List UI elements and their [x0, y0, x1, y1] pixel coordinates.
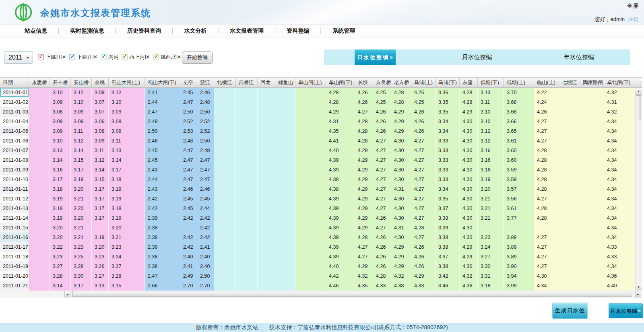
- grid-cell[interactable]: 4.38: [391, 281, 411, 291]
- grid-cell[interactable]: [559, 262, 580, 271]
- tab-yearly-compile[interactable]: 年水位整编: [564, 54, 594, 61]
- grid-cell[interactable]: 3.10: [50, 136, 71, 146]
- grid-cell[interactable]: 4.30: [460, 146, 478, 155]
- grid-cell[interactable]: [236, 107, 258, 117]
- grid-cell[interactable]: [559, 252, 580, 262]
- grid-cell[interactable]: [258, 252, 275, 262]
- grid-cell[interactable]: [236, 281, 258, 291]
- date-cell[interactable]: 2011-01-20: [0, 271, 29, 281]
- grid-cell[interactable]: [29, 155, 50, 165]
- grid-cell[interactable]: 2.47: [180, 165, 197, 175]
- grid-cell[interactable]: 3.09: [92, 136, 109, 146]
- grid-cell[interactable]: 4.28: [355, 136, 373, 146]
- grid-cell[interactable]: 3.34: [436, 184, 460, 194]
- grid-cell[interactable]: 2.48: [197, 146, 214, 155]
- grid-cell[interactable]: 4.34: [604, 146, 635, 155]
- grid-cell[interactable]: [580, 242, 604, 252]
- grid-cell[interactable]: 2.47: [180, 155, 197, 165]
- grid-cell[interactable]: 2.45: [180, 204, 197, 213]
- region-checkbox[interactable]: ✓: [153, 54, 159, 60]
- grid-cell[interactable]: 4.34: [604, 213, 635, 223]
- grid-cell[interactable]: [236, 117, 258, 126]
- grid-cell[interactable]: [580, 175, 604, 184]
- grid-cell[interactable]: [559, 184, 580, 194]
- grid-cell[interactable]: [236, 146, 258, 155]
- grid-cell[interactable]: 3.23: [92, 252, 109, 262]
- grid-cell[interactable]: [295, 146, 326, 155]
- grid-cell[interactable]: [236, 165, 258, 175]
- grid-cell[interactable]: 3.19: [50, 194, 71, 204]
- grid-cell[interactable]: 4.35: [326, 126, 355, 136]
- grid-cell[interactable]: 4.30: [460, 155, 478, 165]
- grid-cell[interactable]: 4.29: [411, 271, 436, 281]
- grid-cell[interactable]: 4.26: [411, 262, 436, 271]
- grid-cell[interactable]: 3.14: [71, 146, 92, 155]
- grid-cell[interactable]: [180, 223, 197, 233]
- grid-cell[interactable]: [275, 242, 295, 252]
- grid-cell[interactable]: 3.13: [92, 281, 109, 291]
- grid-cell[interactable]: 3.09: [109, 126, 145, 136]
- grid-cell[interactable]: 4.26: [411, 252, 436, 262]
- grid-cell[interactable]: [29, 194, 50, 204]
- grid-cell[interactable]: 3.27: [50, 262, 71, 271]
- grid-cell[interactable]: 4.39: [326, 213, 355, 223]
- grid-cell[interactable]: 3.13: [50, 146, 71, 155]
- grid-cell[interactable]: [295, 136, 326, 146]
- tab-monthly-compile[interactable]: 月水位整编: [462, 54, 492, 61]
- grid-cell[interactable]: 3.46: [436, 281, 460, 291]
- grid-cell[interactable]: 3.17: [71, 281, 92, 291]
- grid-cell[interactable]: 3.20: [92, 242, 109, 252]
- grid-cell[interactable]: 3.12: [71, 136, 92, 146]
- grid-cell[interactable]: 3.23: [71, 242, 92, 252]
- grid-cell[interactable]: [29, 271, 50, 281]
- grid-cell[interactable]: [29, 107, 50, 117]
- tab-daily-compile[interactable]: 日水位整编»: [355, 49, 396, 65]
- grid-cell[interactable]: [580, 223, 604, 233]
- grid-cell[interactable]: 3.20: [50, 223, 71, 233]
- grid-cell[interactable]: [295, 175, 326, 184]
- grid-cell[interactable]: [236, 175, 258, 184]
- grid-cell[interactable]: [214, 165, 236, 175]
- grid-cell[interactable]: 3.19: [109, 194, 145, 204]
- grid-cell[interactable]: 4.28: [355, 117, 373, 126]
- grid-cell[interactable]: 4.27: [373, 175, 391, 184]
- grid-cell[interactable]: 4.29: [355, 194, 373, 204]
- grid-cell[interactable]: 2.46: [197, 88, 214, 97]
- grid-cell[interactable]: 4.34: [604, 204, 635, 213]
- grid-cell[interactable]: 3.13: [109, 146, 145, 155]
- grid-cell[interactable]: 2.47: [180, 97, 197, 107]
- grid-cell[interactable]: 4.30: [460, 165, 478, 175]
- date-cell[interactable]: 2011-01-11: [0, 184, 29, 194]
- grid-cell[interactable]: 2.39: [145, 242, 180, 252]
- grid-cell[interactable]: [275, 117, 295, 126]
- grid-cell[interactable]: 4.29: [355, 165, 373, 175]
- date-cell[interactable]: 2011-01-19: [0, 262, 29, 271]
- grid-cell[interactable]: [258, 136, 275, 146]
- grid-cell[interactable]: 4.29: [355, 146, 373, 155]
- grid-cell[interactable]: [275, 223, 295, 233]
- date-cell[interactable]: 2011-01-17: [0, 242, 29, 252]
- grid-cell[interactable]: 4.27: [534, 262, 559, 271]
- grid-cell[interactable]: 3.20: [71, 184, 92, 194]
- grid-cell[interactable]: [258, 175, 275, 184]
- grid-cell[interactable]: 4.35: [355, 281, 373, 291]
- grid-cell[interactable]: 3.19: [109, 213, 145, 223]
- date-cell[interactable]: 2011-01-04: [0, 117, 29, 126]
- grid-cell[interactable]: [295, 97, 326, 107]
- grid-cell[interactable]: 4.31: [604, 97, 635, 107]
- grid-cell[interactable]: 2.41: [145, 88, 180, 97]
- grid-cell[interactable]: 4.33: [373, 281, 391, 291]
- grid-cell[interactable]: 3.99: [504, 281, 534, 291]
- grid-cell[interactable]: 4.34: [534, 281, 559, 291]
- grid-cell[interactable]: 2.49: [180, 271, 197, 281]
- grid-cell[interactable]: [258, 97, 275, 107]
- grid-cell[interactable]: 3.57: [504, 184, 534, 194]
- grid-cell[interactable]: 4.36: [460, 281, 478, 291]
- grid-cell[interactable]: [214, 281, 236, 291]
- grid-cell[interactable]: [236, 242, 258, 252]
- nav-item-1[interactable]: 站点信息: [25, 27, 47, 35]
- grid-cell[interactable]: 2.50: [197, 271, 214, 281]
- grid-cell[interactable]: 2.53: [180, 126, 197, 136]
- date-cell[interactable]: 2011-01-02: [0, 97, 29, 107]
- fullscreen-link[interactable]: 全屏: [627, 2, 638, 10]
